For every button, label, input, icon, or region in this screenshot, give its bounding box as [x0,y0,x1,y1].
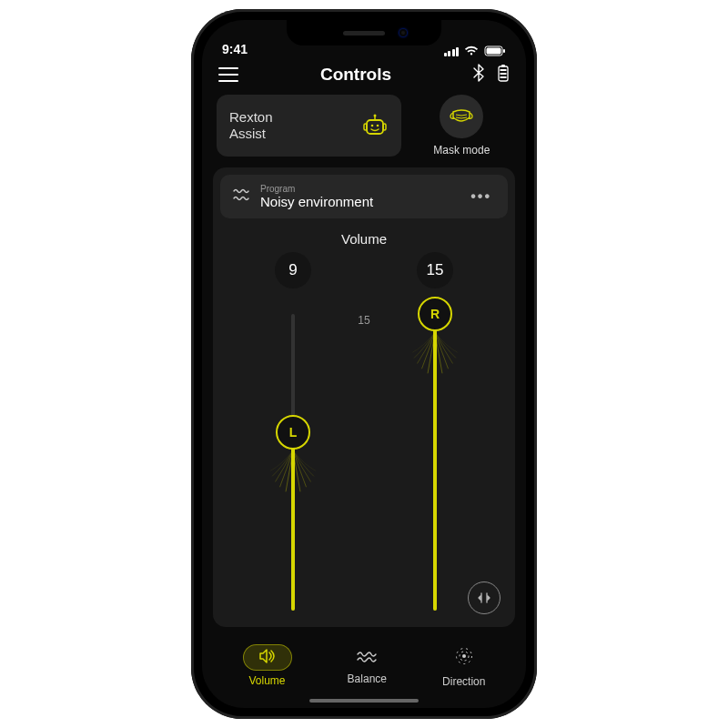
tab-label: Balance [348,672,387,685]
svg-rect-5 [500,69,506,71]
program-caption: Program [260,184,458,194]
svg-point-15 [462,654,466,658]
tab-volume[interactable]: Volume [243,644,292,687]
left-slider[interactable]: L [261,298,325,618]
scale: 15 0 [358,298,369,627]
svg-rect-1 [487,48,501,55]
tab-label: Volume [249,674,286,687]
direction-icon [455,655,473,668]
wifi-icon [464,46,479,56]
section-heading: Volume [222,231,506,247]
svg-rect-4 [501,65,505,67]
speaker-icon [258,649,277,666]
battery-status-icon[interactable] [497,64,510,86]
assist-card[interactable]: Rexton Assist [217,95,401,157]
svg-point-13 [370,125,373,127]
waves-icon [233,187,251,206]
right-readout: 15 [417,252,453,288]
tab-direction[interactable]: Direction [442,643,485,688]
svg-rect-10 [367,120,383,134]
menu-button[interactable] [218,67,238,82]
phone-frame: 9:41 Controls [191,9,537,719]
left-thumb[interactable]: L [276,415,310,450]
status-time: 9:41 [222,42,248,56]
svg-rect-6 [500,73,506,75]
balance-icon [357,652,377,665]
right-thumb[interactable]: R [418,297,452,331]
right-slider[interactable]: R [403,298,467,618]
bluetooth-icon[interactable] [473,64,484,86]
svg-rect-11 [364,124,367,130]
notch [287,20,441,46]
svg-rect-2 [503,49,505,53]
mask-mode-button[interactable]: Mask mode [412,95,511,157]
battery-icon [484,46,506,56]
more-icon[interactable]: ••• [467,185,495,208]
quick-actions: Rexton Assist Mask mode [202,95,526,167]
bottom-tabs: Volume Balance Direction [202,634,526,708]
page-title: Controls [320,65,391,85]
assist-label: Rexton Assist [229,109,273,142]
merge-sliders-button[interactable] [468,581,500,614]
volume-panel: Program Noisy environment ••• Volume 9 1… [213,167,515,627]
program-selector[interactable]: Program Noisy environment ••• [220,175,508,218]
left-readout: 9 [275,252,311,288]
tab-balance[interactable]: Balance [348,646,387,685]
program-name: Noisy environment [260,194,458,209]
svg-point-14 [376,125,379,127]
cellular-icon [444,46,460,56]
screen: 9:41 Controls [202,20,526,708]
home-indicator[interactable] [309,699,419,703]
svg-rect-12 [383,124,386,130]
robot-icon [361,113,389,138]
svg-rect-7 [500,76,506,78]
mask-label: Mask mode [433,144,490,157]
mask-icon [440,95,483,138]
app-bar: Controls [202,58,526,95]
slider-area: 15 0 L R [222,292,506,620]
tab-label: Direction [442,675,485,688]
